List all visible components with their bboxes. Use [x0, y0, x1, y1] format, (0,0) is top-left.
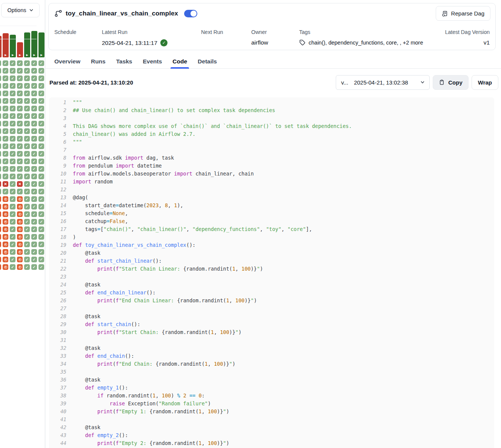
task-instance-cell-upstream_failed[interactable] — [17, 211, 23, 217]
dag-run-bar-success[interactable]: ▶ — [31, 31, 37, 57]
task-instance-cell-success[interactable]: ✓ — [24, 159, 30, 164]
task-instance-cell-upstream_failed[interactable] — [17, 257, 23, 262]
task-instance-cell-success[interactable]: ✓ — [24, 166, 30, 172]
task-instance-cell-success[interactable]: ✓ — [31, 136, 37, 142]
task-instance-cell-success[interactable]: ✓ — [10, 226, 15, 232]
task-instance-cell-success[interactable]: ✓ — [0, 166, 1, 172]
task-instance-cell-success[interactable]: ✓ — [3, 113, 8, 119]
task-instance-cell-success[interactable]: ✓ — [31, 166, 37, 172]
task-instance-cell-success[interactable]: ✓ — [31, 204, 37, 209]
task-instance-cell-success[interactable]: ✓ — [3, 106, 8, 111]
task-instance-cell-success[interactable]: ✓ — [0, 159, 1, 164]
dag-pause-toggle[interactable] — [184, 10, 197, 17]
task-instance-cell-success[interactable]: ✓ — [10, 143, 15, 149]
task-instance-cell-success[interactable]: ✓ — [24, 181, 30, 187]
task-instance-cell-success[interactable]: ✓ — [38, 257, 44, 262]
task-instance-cell-success[interactable]: ✓ — [38, 68, 44, 74]
task-instance-cell-success[interactable]: ✓ — [10, 75, 15, 81]
tab-code[interactable]: Code — [167, 54, 192, 68]
task-instance-cell-success[interactable]: ✓ — [31, 257, 37, 262]
task-instance-cell-upstream_failed[interactable] — [3, 211, 8, 217]
task-instance-cell-success[interactable]: ✓ — [17, 98, 23, 104]
task-instance-cell-success[interactable]: ✓ — [17, 174, 23, 179]
task-instance-cell-success[interactable]: ✓ — [3, 143, 8, 149]
task-instance-cell-success[interactable]: ✓ — [31, 211, 37, 217]
task-instance-cell-success[interactable]: ✓ — [3, 136, 8, 142]
task-instance-cell-success[interactable]: ✓ — [24, 264, 30, 270]
task-instance-cell-success[interactable]: ✓ — [0, 143, 1, 149]
task-instance-cell-success[interactable]: ✓ — [3, 121, 8, 126]
task-instance-cell-success[interactable]: ✓ — [38, 136, 44, 142]
tab-events[interactable]: Events — [138, 54, 168, 68]
task-instance-cell-success[interactable]: ✓ — [10, 204, 15, 209]
task-instance-cell-upstream_failed[interactable] — [3, 242, 8, 247]
task-instance-cell-upstream_failed[interactable] — [0, 242, 1, 247]
task-instance-cell-success[interactable]: ✓ — [10, 128, 15, 134]
task-instance-cell-success[interactable]: ✓ — [3, 159, 8, 164]
task-instance-cell-success[interactable]: ✓ — [24, 60, 30, 66]
task-instance-cell-success[interactable]: ✓ — [3, 75, 8, 81]
task-instance-cell-upstream_failed[interactable] — [3, 196, 8, 202]
task-instance-cell-success[interactable]: ✓ — [31, 226, 37, 232]
task-instance-cell-success[interactable]: ✓ — [24, 151, 30, 157]
task-instance-cell-success[interactable]: ✓ — [38, 181, 44, 187]
task-instance-cell-success[interactable]: ✓ — [17, 159, 23, 164]
task-instance-cell-success[interactable]: ✓ — [31, 113, 37, 119]
task-instance-cell-success[interactable]: ✓ — [24, 242, 30, 247]
task-instance-cell-success[interactable]: ✓ — [31, 128, 37, 134]
task-instance-cell-success[interactable]: ✓ — [0, 136, 1, 142]
task-instance-cell-success[interactable]: ✓ — [38, 159, 44, 164]
task-instance-cell-success[interactable]: ✓ — [31, 189, 37, 194]
task-instance-cell-success[interactable]: ✓ — [31, 264, 37, 270]
task-instance-cell-success[interactable]: ✓ — [31, 249, 37, 255]
task-instance-cell-success[interactable]: ✓ — [3, 174, 8, 179]
task-instance-cell-success[interactable]: ✓ — [17, 189, 23, 194]
task-instance-cell-success[interactable]: ✓ — [38, 60, 44, 66]
task-instance-cell-success[interactable]: ✓ — [38, 204, 44, 209]
task-instance-cell-success[interactable]: ✓ — [31, 68, 37, 74]
task-instance-cell-upstream_failed[interactable] — [0, 211, 1, 217]
task-instance-cell-success[interactable]: ✓ — [17, 91, 23, 96]
task-instance-cell-upstream_failed[interactable] — [0, 204, 1, 209]
task-instance-cell-failed[interactable]: ✕ — [3, 181, 8, 187]
task-instance-cell-success[interactable]: ✓ — [0, 60, 1, 66]
task-instance-cell-upstream_failed[interactable] — [0, 264, 1, 270]
task-instance-cell-success[interactable]: ✓ — [24, 174, 30, 179]
task-instance-cell-success[interactable]: ✓ — [10, 219, 15, 225]
task-instance-cell-success[interactable]: ✓ — [24, 128, 30, 134]
task-instance-cell-success[interactable]: ✓ — [38, 91, 44, 96]
task-instance-cell-success[interactable]: ✓ — [10, 136, 15, 142]
task-instance-cell-success[interactable]: ✓ — [24, 234, 30, 240]
dag-run-bar-failed[interactable]: ▶ — [17, 42, 23, 57]
task-instance-cell-success[interactable]: ✓ — [3, 128, 8, 134]
task-instance-cell-success[interactable]: ✓ — [24, 121, 30, 126]
task-instance-cell-success[interactable]: ✓ — [17, 113, 23, 119]
dag-run-bar-failed[interactable]: ▶ — [0, 36, 2, 57]
task-instance-cell-success[interactable]: ✓ — [3, 91, 8, 96]
task-instance-cell-success[interactable]: ✓ — [3, 98, 8, 104]
task-instance-cell-success[interactable]: ✓ — [31, 219, 37, 225]
task-instance-cell-success[interactable]: ✓ — [3, 151, 8, 157]
task-instance-cell-success[interactable]: ✓ — [10, 166, 15, 172]
task-instance-cell-success[interactable]: ✓ — [0, 106, 1, 111]
task-instance-cell-success[interactable]: ✓ — [10, 121, 15, 126]
task-instance-cell-success[interactable]: ✓ — [0, 151, 1, 157]
task-instance-cell-success[interactable]: ✓ — [0, 75, 1, 81]
task-instance-cell-success[interactable]: ✓ — [10, 181, 15, 187]
task-instance-cell-success[interactable]: ✓ — [10, 196, 15, 202]
task-instance-cell-success[interactable]: ✓ — [38, 226, 44, 232]
task-instance-cell-success[interactable]: ✓ — [24, 106, 30, 111]
task-instance-cell-success[interactable]: ✓ — [24, 196, 30, 202]
task-instance-cell-success[interactable]: ✓ — [31, 174, 37, 179]
task-instance-cell-success[interactable]: ✓ — [24, 143, 30, 149]
task-instance-cell-success[interactable]: ✓ — [10, 113, 15, 119]
task-instance-cell-success[interactable]: ✓ — [17, 60, 23, 66]
task-instance-cell-success[interactable]: ✓ — [3, 166, 8, 172]
task-instance-cell-success[interactable]: ✓ — [31, 75, 37, 81]
task-instance-cell-success[interactable]: ✓ — [31, 234, 37, 240]
task-instance-cell-success[interactable]: ✓ — [31, 98, 37, 104]
latest-run-timestamp[interactable]: 2025-04-21, 13:11:17 — [102, 40, 157, 46]
task-instance-cell-success[interactable]: ✓ — [0, 174, 1, 179]
task-instance-cell-success[interactable]: ✓ — [38, 151, 44, 157]
task-instance-cell-success[interactable]: ✓ — [10, 98, 15, 104]
